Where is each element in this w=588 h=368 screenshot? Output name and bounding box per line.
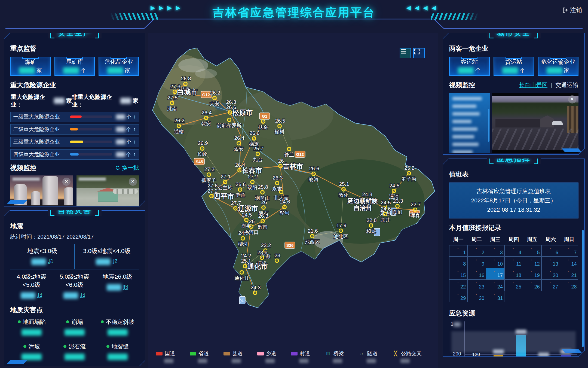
decor-arrows-left: ▶▶▶▶ xyxy=(151,4,184,11)
refresh-batch-button[interactable]: 换一批 xyxy=(115,164,139,172)
camera-list-scrollbar[interactable] xyxy=(488,109,489,142)
hazard-stat-nonmajor: 非重大危险源企业： 家 xyxy=(72,93,138,108)
calendar-day[interactable]: 10 xyxy=(486,257,504,268)
resource-bar xyxy=(561,355,571,362)
close-icon[interactable]: ✕ xyxy=(568,95,576,104)
calendar-day[interactable]: 18 xyxy=(504,268,523,279)
camera-list-item[interactable] xyxy=(452,120,471,123)
camera-list-item[interactable] xyxy=(452,135,474,138)
svg-text:23: 23 xyxy=(274,253,280,258)
calendar-day[interactable]: 11 xyxy=(504,257,523,268)
duty-roster-card[interactable]: 吉林省应急管理厅应急值班表 2022年8月17日（今日，星期三） 2022-08… xyxy=(449,183,578,218)
calendar-day[interactable]: 9 xyxy=(467,257,486,268)
legend-item-村道[interactable]: 村道 xyxy=(291,350,310,363)
camera-list-item[interactable] xyxy=(452,97,482,100)
geo-point-label: 滑坡 xyxy=(10,343,53,350)
calendar-weekday: 周三 xyxy=(486,236,504,243)
calendar-day[interactable]: 30 xyxy=(467,291,486,302)
blurred-value xyxy=(333,359,342,363)
calendar-day[interactable]: 5 xyxy=(523,245,541,257)
calendar-day[interactable]: 22 xyxy=(449,279,468,291)
region-label-line: 延边朝鲜族 xyxy=(347,197,378,204)
calendar-day[interactable]: 7 xyxy=(560,245,578,257)
province-map[interactable]: G12G1G12S45G12S26江 26.8镇赉27.3白城市27.5洮南26… xyxy=(148,33,438,368)
calendar-day[interactable]: 19 xyxy=(523,268,541,279)
quake-range-label: 3.0级≤地震<4.0级 xyxy=(76,247,138,255)
calendar-day[interactable]: 27 xyxy=(541,279,560,291)
calendar-day-number: 19 xyxy=(534,273,540,278)
supervision-stat-button[interactable]: 尾矿库个 xyxy=(54,57,95,76)
close-icon[interactable]: ✕ xyxy=(62,178,71,186)
legend-item-省道[interactable]: 省道 xyxy=(190,350,209,363)
calendar-day[interactable]: 12 xyxy=(523,257,541,268)
blurred-value xyxy=(198,359,207,363)
calendar-day[interactable]: 2 xyxy=(467,245,486,257)
city-stat-button[interactable]: 危化运输企业家 xyxy=(538,57,578,76)
close-icon[interactable]: ✕ xyxy=(129,178,137,186)
calendar-day[interactable]: 21 xyxy=(560,268,578,279)
calendar-day[interactable]: 28 xyxy=(560,279,578,291)
quake-range-label: 地震≥6.0级 xyxy=(97,273,138,281)
calendar-day[interactable]: 24 xyxy=(486,279,504,291)
calendar-day-number: 17 xyxy=(497,273,503,278)
legend-item-国道[interactable]: 国道 xyxy=(156,350,175,363)
tab-changbaishan[interactable]: 长白山景区 xyxy=(519,81,547,89)
calendar-day[interactable]: 26 xyxy=(523,279,541,291)
camera-list[interactable] xyxy=(449,93,490,153)
legend-item-乡道[interactable]: 乡道 xyxy=(257,350,276,363)
calendar-day[interactable]: 23 xyxy=(467,279,486,291)
map-layers-button[interactable] xyxy=(400,48,411,58)
supervision-stat-button[interactable]: 危化品企业家 xyxy=(99,57,139,76)
stat-button-value: 个 xyxy=(502,67,525,74)
camera-list-item[interactable] xyxy=(452,105,476,108)
logout-button[interactable]: 注销 xyxy=(562,6,582,14)
calendar-day[interactable]: 1 xyxy=(449,245,468,257)
svg-text:珲春: 珲春 xyxy=(410,213,420,218)
calendar-day-number: 5 xyxy=(537,250,540,256)
calendar-day[interactable]: 16 xyxy=(467,268,486,279)
svg-text:S26: S26 xyxy=(286,243,294,248)
calendar-day-number: 18 xyxy=(516,273,521,278)
calendar-day[interactable]: 31 xyxy=(486,291,504,302)
map-fullscreen-button[interactable] xyxy=(413,48,425,58)
calendar-day[interactable]: 14 xyxy=(560,257,578,268)
camera-list-item[interactable] xyxy=(452,112,480,115)
green-dot-icon xyxy=(63,345,66,348)
geo-point-label: 地面塌陷 xyxy=(10,318,53,326)
quake-unit: 起 xyxy=(37,292,42,298)
calendar-day[interactable]: 6 xyxy=(541,245,560,257)
calendar-weekday: 周二 xyxy=(467,236,486,243)
blurred-value xyxy=(164,359,173,363)
camera-view[interactable]: ✕ xyxy=(492,93,578,153)
camera-list-item[interactable] xyxy=(452,150,473,153)
blurred-value xyxy=(232,359,241,363)
city-stat-button[interactable]: 客运站个 xyxy=(449,57,490,76)
city-group-heading: 两客一危企业 xyxy=(449,44,578,53)
svg-text:柳河: 柳河 xyxy=(238,241,248,247)
legend-item-县道[interactable]: 县道 xyxy=(223,350,243,363)
svg-text:双阳: 双阳 xyxy=(247,185,257,190)
svg-text:江: 江 xyxy=(240,298,244,303)
calendar-day[interactable]: 3 xyxy=(486,245,504,257)
city-stat-button[interactable]: 货运站个 xyxy=(494,57,534,76)
calendar-day[interactable]: 8 xyxy=(449,257,468,268)
calendar-day[interactable]: 15 xyxy=(449,268,468,279)
legend-item-桥梁[interactable]: Π桥梁 xyxy=(325,350,344,363)
legend-item-公路交叉[interactable]: ╳公路交叉 xyxy=(392,350,422,363)
tab-transport[interactable]: 交通运输 xyxy=(556,81,578,89)
camera-list-item[interactable] xyxy=(452,143,479,146)
calendar-day[interactable]: 29 xyxy=(449,291,468,302)
calendar-day[interactable]: 25 xyxy=(504,279,523,291)
timestamp-blurred xyxy=(79,178,106,181)
calendar-day[interactable]: 17 xyxy=(486,268,504,279)
calendar-day[interactable]: 13 xyxy=(541,257,560,268)
camera-list-item[interactable] xyxy=(452,127,477,131)
legend-item-隧道[interactable]: ∩隧道 xyxy=(359,350,378,363)
calendar-day-number: 29 xyxy=(460,296,466,301)
svg-text:和龙: 和龙 xyxy=(366,229,376,234)
calendar-day[interactable]: 20 xyxy=(541,268,560,279)
calendar-day[interactable]: 4 xyxy=(504,245,523,257)
quake-count: 起 xyxy=(97,284,138,291)
panel-scrollbar[interactable] xyxy=(582,230,584,347)
supervision-stat-button[interactable]: 煤矿家 xyxy=(10,57,51,76)
